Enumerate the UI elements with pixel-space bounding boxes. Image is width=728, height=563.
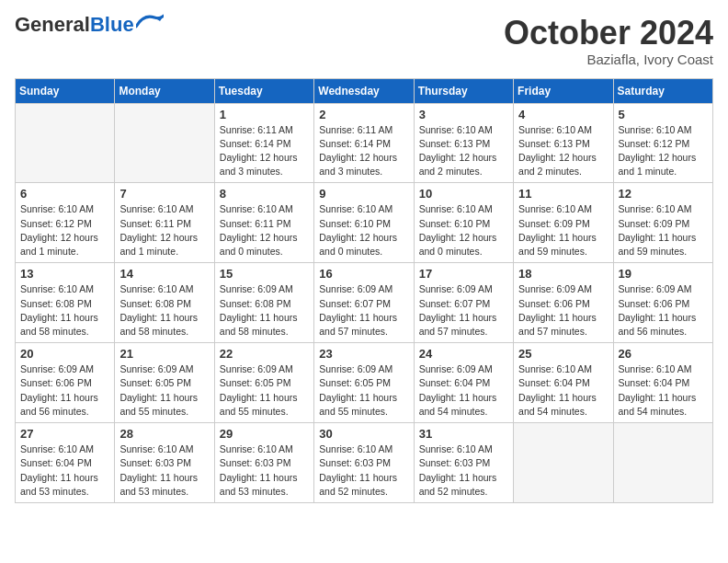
day-info: Sunrise: 6:09 AMSunset: 6:05 PMDaylight:…: [119, 362, 209, 419]
day-info: Sunrise: 6:09 AMSunset: 6:07 PMDaylight:…: [319, 282, 408, 339]
calendar-cell: 30Sunrise: 6:10 AMSunset: 6:03 PMDayligh…: [314, 423, 414, 503]
logo: GeneralBlue: [15, 15, 164, 35]
logo-icon: [136, 14, 164, 30]
day-info: Sunrise: 6:10 AMSunset: 6:10 PMDaylight:…: [419, 202, 508, 259]
day-info: Sunrise: 6:10 AMSunset: 6:04 PMDaylight:…: [20, 442, 109, 499]
day-number: 15: [220, 267, 309, 281]
weekday-header: Tuesday: [214, 78, 313, 103]
calendar-table: SundayMondayTuesdayWednesdayThursdayFrid…: [15, 78, 713, 503]
day-number: 5: [619, 108, 708, 121]
day-info: Sunrise: 6:10 AMSunset: 6:08 PMDaylight:…: [119, 282, 209, 339]
weekday-header: Friday: [514, 78, 613, 103]
weekday-header: Thursday: [414, 78, 513, 103]
day-info: Sunrise: 6:10 AMSunset: 6:10 PMDaylight:…: [319, 202, 408, 259]
day-info: Sunrise: 6:10 AMSunset: 6:11 PMDaylight:…: [220, 202, 309, 259]
day-number: 26: [619, 347, 708, 361]
calendar-cell: 29Sunrise: 6:10 AMSunset: 6:03 PMDayligh…: [214, 423, 313, 503]
day-number: 8: [220, 187, 309, 201]
calendar-cell: 22Sunrise: 6:09 AMSunset: 6:05 PMDayligh…: [214, 343, 313, 423]
day-number: 29: [220, 427, 309, 441]
calendar-cell: [115, 103, 214, 183]
day-info: Sunrise: 6:09 AMSunset: 6:07 PMDaylight:…: [419, 282, 508, 339]
day-number: 2: [319, 108, 408, 121]
day-number: 17: [419, 267, 508, 281]
day-number: 9: [319, 187, 408, 201]
day-number: 27: [20, 427, 109, 441]
day-info: Sunrise: 6:10 AMSunset: 6:11 PMDaylight:…: [119, 202, 209, 259]
day-number: 25: [518, 347, 608, 361]
calendar-cell: 7Sunrise: 6:10 AMSunset: 6:11 PMDaylight…: [115, 183, 214, 263]
day-number: 22: [220, 347, 309, 361]
calendar-cell: 25Sunrise: 6:10 AMSunset: 6:04 PMDayligh…: [514, 343, 613, 423]
location: Baziafla, Ivory Coast: [504, 52, 713, 67]
day-number: 24: [419, 347, 508, 361]
calendar-cell: 26Sunrise: 6:10 AMSunset: 6:04 PMDayligh…: [613, 343, 712, 423]
calendar-cell: 24Sunrise: 6:09 AMSunset: 6:04 PMDayligh…: [414, 343, 513, 423]
logo-general: General: [15, 13, 90, 36]
day-number: 11: [518, 187, 608, 201]
calendar-cell: [16, 103, 115, 183]
day-info: Sunrise: 6:09 AMSunset: 6:04 PMDaylight:…: [419, 362, 508, 419]
calendar-cell: [613, 423, 712, 503]
day-number: 18: [518, 267, 608, 281]
calendar-cell: 15Sunrise: 6:09 AMSunset: 6:08 PMDayligh…: [214, 263, 313, 343]
day-info: Sunrise: 6:11 AMSunset: 6:14 PMDaylight:…: [220, 123, 309, 179]
day-number: 10: [419, 187, 508, 201]
calendar-cell: 10Sunrise: 6:10 AMSunset: 6:10 PMDayligh…: [414, 183, 513, 263]
day-info: Sunrise: 6:10 AMSunset: 6:03 PMDaylight:…: [319, 442, 408, 499]
day-number: 14: [119, 267, 209, 281]
weekday-header: Wednesday: [314, 78, 414, 103]
day-number: 1: [220, 108, 309, 121]
day-number: 31: [419, 427, 508, 441]
calendar-week-row: 6Sunrise: 6:10 AMSunset: 6:12 PMDaylight…: [16, 183, 713, 263]
calendar-cell: 12Sunrise: 6:10 AMSunset: 6:09 PMDayligh…: [613, 183, 712, 263]
day-info: Sunrise: 6:10 AMSunset: 6:04 PMDaylight:…: [619, 362, 708, 419]
day-info: Sunrise: 6:10 AMSunset: 6:12 PMDaylight:…: [20, 202, 109, 259]
logo-text: GeneralBlue: [15, 15, 134, 35]
calendar-week-row: 20Sunrise: 6:09 AMSunset: 6:06 PMDayligh…: [16, 343, 713, 423]
calendar-cell: 18Sunrise: 6:09 AMSunset: 6:06 PMDayligh…: [514, 263, 613, 343]
calendar-cell: 6Sunrise: 6:10 AMSunset: 6:12 PMDaylight…: [16, 183, 115, 263]
day-number: 20: [20, 347, 109, 361]
day-number: 19: [619, 267, 708, 281]
day-info: Sunrise: 6:10 AMSunset: 6:13 PMDaylight:…: [518, 123, 608, 179]
day-info: Sunrise: 6:10 AMSunset: 6:08 PMDaylight:…: [20, 282, 109, 339]
month-title: October 2024: [504, 15, 713, 52]
calendar-cell: 21Sunrise: 6:09 AMSunset: 6:05 PMDayligh…: [115, 343, 214, 423]
calendar-cell: 31Sunrise: 6:10 AMSunset: 6:03 PMDayligh…: [414, 423, 513, 503]
day-info: Sunrise: 6:09 AMSunset: 6:08 PMDaylight:…: [220, 282, 309, 339]
calendar-cell: 4Sunrise: 6:10 AMSunset: 6:13 PMDaylight…: [514, 103, 613, 183]
day-number: 12: [619, 187, 708, 201]
calendar-cell: 19Sunrise: 6:09 AMSunset: 6:06 PMDayligh…: [613, 263, 712, 343]
calendar-cell: 9Sunrise: 6:10 AMSunset: 6:10 PMDaylight…: [314, 183, 414, 263]
day-info: Sunrise: 6:09 AMSunset: 6:06 PMDaylight:…: [518, 282, 608, 339]
day-number: 23: [319, 347, 408, 361]
calendar-cell: 16Sunrise: 6:09 AMSunset: 6:07 PMDayligh…: [314, 263, 414, 343]
day-info: Sunrise: 6:10 AMSunset: 6:03 PMDaylight:…: [220, 442, 309, 499]
calendar-cell: 17Sunrise: 6:09 AMSunset: 6:07 PMDayligh…: [414, 263, 513, 343]
calendar-week-row: 1Sunrise: 6:11 AMSunset: 6:14 PMDaylight…: [16, 103, 713, 183]
day-info: Sunrise: 6:09 AMSunset: 6:06 PMDaylight:…: [20, 362, 109, 419]
calendar-cell: 23Sunrise: 6:09 AMSunset: 6:05 PMDayligh…: [314, 343, 414, 423]
weekday-header-row: SundayMondayTuesdayWednesdayThursdayFrid…: [16, 78, 713, 103]
day-number: 16: [319, 267, 408, 281]
weekday-header: Sunday: [16, 78, 115, 103]
day-info: Sunrise: 6:10 AMSunset: 6:09 PMDaylight:…: [518, 202, 608, 259]
calendar-cell: 11Sunrise: 6:10 AMSunset: 6:09 PMDayligh…: [514, 183, 613, 263]
weekday-header: Saturday: [613, 78, 712, 103]
day-info: Sunrise: 6:09 AMSunset: 6:05 PMDaylight:…: [220, 362, 309, 419]
day-number: 3: [419, 108, 508, 121]
calendar-cell: 27Sunrise: 6:10 AMSunset: 6:04 PMDayligh…: [16, 423, 115, 503]
day-info: Sunrise: 6:09 AMSunset: 6:05 PMDaylight:…: [319, 362, 408, 419]
calendar-cell: 14Sunrise: 6:10 AMSunset: 6:08 PMDayligh…: [115, 263, 214, 343]
calendar-cell: 2Sunrise: 6:11 AMSunset: 6:14 PMDaylight…: [314, 103, 414, 183]
calendar-cell: 28Sunrise: 6:10 AMSunset: 6:03 PMDayligh…: [115, 423, 214, 503]
day-info: Sunrise: 6:09 AMSunset: 6:06 PMDaylight:…: [619, 282, 708, 339]
calendar-cell: 3Sunrise: 6:10 AMSunset: 6:13 PMDaylight…: [414, 103, 513, 183]
day-info: Sunrise: 6:10 AMSunset: 6:09 PMDaylight:…: [619, 202, 708, 259]
day-info: Sunrise: 6:10 AMSunset: 6:03 PMDaylight:…: [119, 442, 209, 499]
day-info: Sunrise: 6:10 AMSunset: 6:12 PMDaylight:…: [619, 123, 708, 179]
title-block: October 2024 Baziafla, Ivory Coast: [504, 15, 713, 67]
calendar-week-row: 27Sunrise: 6:10 AMSunset: 6:04 PMDayligh…: [16, 423, 713, 503]
day-number: 7: [119, 187, 209, 201]
